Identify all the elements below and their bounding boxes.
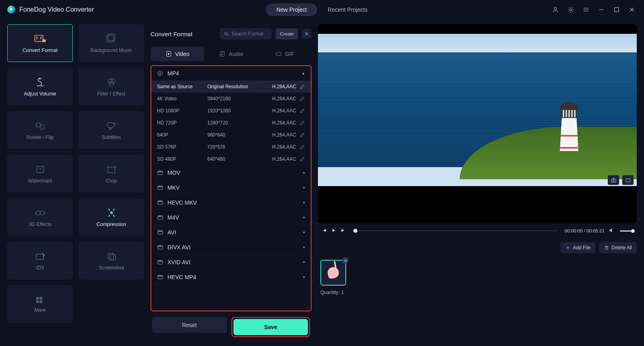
search-input[interactable] [231,31,268,37]
music-note-icon [327,266,340,279]
svg-point-42 [613,180,614,181]
snapshot-icon[interactable] [608,175,619,185]
close-panel-icon[interactable]: ✕ [302,29,312,39]
fullscreen-icon[interactable] [622,175,634,185]
svg-rect-21 [110,255,116,261]
tool-background-music[interactable]: Background Music [78,24,144,62]
tool-label: Filter / Effect [97,91,126,97]
delete-all-button[interactable]: Delete All [599,242,637,253]
tool-label: Crop [106,178,117,184]
screenshot-icon [105,251,118,262]
video-preview[interactable] [318,24,637,224]
account-icon[interactable] [551,5,560,15]
minimize-icon[interactable] [597,5,606,15]
save-button[interactable]: Save [233,319,308,335]
format-header[interactable]: XVID AVI▾ [151,255,311,269]
tab-recent-projects[interactable]: Recent Projects [317,3,378,16]
filter-effect-icon [105,77,118,88]
format-header[interactable]: M4V▾ [151,210,311,225]
svg-rect-40 [158,275,163,279]
settings-icon[interactable] [566,5,576,15]
svg-point-31 [158,71,163,76]
svg-point-16 [36,211,40,215]
tool-screenshot[interactable]: Screenshot [78,242,144,280]
subtitles-icon [105,120,118,131]
tab-gif[interactable]: GIF [258,47,312,61]
svg-rect-6 [108,34,115,41]
tab-video[interactable]: Video [151,47,204,61]
svg-rect-23 [39,296,43,300]
tool-label: Background Music [91,48,132,53]
format-group: M4V▾ [151,210,311,225]
svg-rect-36 [158,215,163,219]
svg-rect-43 [626,178,630,182]
tool-watermark[interactable]: TWatermark [7,155,73,193]
preview-panel: 00:00:00 / 00:05:21 Add File Delete All … [318,24,637,339]
tool-crop[interactable]: Crop [78,155,144,193]
volume-icon[interactable] [609,228,614,234]
tool-label: Convert Format [23,48,58,53]
more-icon [33,295,47,304]
format-row[interactable]: 4K Video3840*2160H.264,AAC [151,93,311,105]
svg-point-0 [554,7,557,10]
format-header-mp4[interactable]: MP4▲ [151,66,311,81]
tool-id3[interactable]: ID3 [7,242,73,280]
progress-bar[interactable] [353,230,557,231]
format-header[interactable]: HEVC MP4▾ [151,270,311,284]
format-row[interactable]: Same as SourceOriginal ResolutionH.264,A… [151,81,311,93]
tool-filter-effect[interactable]: Filter / Effect [78,68,144,106]
tool-compression[interactable]: Compression [78,198,144,236]
format-group: AVI▾ [151,225,311,240]
format-row[interactable]: SD 480P640*480H.264,AAC [151,153,311,165]
tab-new-project[interactable]: New Project [266,3,317,16]
format-header[interactable]: HEVC MKV▾ [151,195,311,210]
svg-point-12 [107,122,114,128]
format-group: DIVX AVI▾ [151,240,311,255]
add-file-button[interactable]: Add File [561,242,595,253]
quantity-label: Quantity: 1 [318,290,637,295]
format-header[interactable]: MOV▾ [151,166,311,180]
tool-3d-effects[interactable]: 3D Effects [7,198,73,236]
tool-label: ID3 [36,265,44,271]
format-row[interactable]: 640P960*640H.264,AAC [151,129,311,141]
svg-rect-39 [158,260,163,264]
next-icon[interactable] [341,228,346,234]
format-row[interactable]: HD 720P1280*720H.264,AAC [151,117,311,129]
create-button[interactable]: Create [276,28,298,39]
main: Convert FormatBackground MusicAdjust Vol… [0,19,644,346]
close-icon[interactable] [627,5,637,15]
svg-rect-33 [158,171,163,174]
format-header[interactable]: MKV▾ [151,180,311,195]
crop-icon [105,164,118,175]
volume-slider[interactable] [620,230,634,232]
svg-rect-41 [611,179,615,182]
svg-text:T: T [39,168,41,172]
format-row[interactable]: SD 576P720*576H.264,AAC [151,141,311,153]
svg-rect-20 [108,253,114,259]
maximize-icon[interactable] [612,5,621,15]
format-header[interactable]: DIVX AVI▾ [151,240,311,255]
tool-subtitles[interactable]: Subtitles [78,111,144,149]
player-controls: 00:00:00 / 00:05:21 [318,224,637,238]
reset-button[interactable]: Reset [152,317,227,333]
search-box[interactable] [220,28,272,39]
svg-point-17 [40,211,44,215]
svg-point-13 [114,123,116,124]
play-icon[interactable] [331,228,336,234]
tool-more[interactable]: More [7,285,73,323]
remove-item-icon[interactable]: ✕ [342,257,349,264]
queue-item[interactable]: ✕ [320,260,346,286]
svg-rect-2 [615,8,619,12]
tool-convert-format[interactable]: Convert Format [7,24,73,62]
svg-point-32 [159,73,161,74]
tab-audio[interactable]: Audio [204,47,258,61]
tool-adjust-volume[interactable]: Adjust Volume [7,68,73,106]
prev-icon[interactable] [321,228,327,234]
format-row[interactable]: HD 1080P1920*1080H.264,AAC [151,105,311,117]
svg-point-26 [225,32,228,35]
svg-rect-4 [42,39,46,42]
tool-rotate-flip[interactable]: Rotate / Flip [7,111,73,149]
menu-icon[interactable] [581,5,591,15]
format-group: XVID AVI▾ [151,255,311,270]
format-header[interactable]: AVI▾ [151,225,311,240]
